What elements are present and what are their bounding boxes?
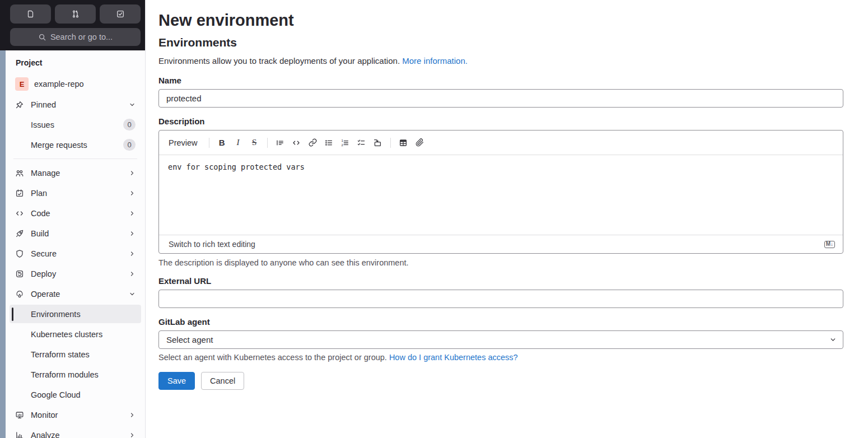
sidebar-item-analyze[interactable]: Analyze [10, 426, 141, 438]
sidebar-item-google-cloud[interactable]: Google Cloud [10, 385, 141, 404]
code-button[interactable] [289, 135, 304, 150]
strikethrough-button[interactable]: S [247, 135, 262, 150]
pin-icon [15, 100, 24, 109]
sidebar-item-deploy[interactable]: Deploy [10, 264, 141, 283]
sidebar-item-label: Operate [31, 290, 60, 299]
bar-chart-icon [15, 431, 24, 438]
deploy-icon [15, 269, 24, 278]
sidebar-item-kubernetes-clusters[interactable]: Kubernetes clusters [10, 325, 141, 343]
sidebar-item-secure[interactable]: Secure [10, 244, 141, 263]
description-label: Description [158, 117, 843, 126]
agent-helper-text: Select an agent with Kubernetes access t… [158, 353, 843, 362]
task-list-button[interactable] [354, 135, 369, 150]
description-field-group: Description Preview B I S [158, 117, 843, 267]
window-edge-strip [0, 0, 6, 438]
sidebar-divider [13, 159, 137, 159]
strikethrough-icon: S [252, 138, 256, 147]
attach-file-button[interactable] [412, 135, 427, 150]
agent-select-value: Select agent [166, 335, 213, 344]
sidebar-item-label: Build [31, 229, 49, 238]
sidebar-item-environments[interactable]: Environments [10, 305, 141, 323]
numbered-list-button[interactable]: 12 [338, 135, 353, 150]
table-button[interactable] [396, 135, 411, 150]
link-icon [309, 138, 317, 147]
rocket-icon [15, 229, 24, 238]
sidebar-item-label: Plan [31, 189, 47, 198]
sidebar-item-terraform-modules[interactable]: Terraform modules [10, 365, 141, 384]
description-textarea[interactable]: env for scoping protected vars [168, 161, 834, 229]
sidebar-item-code[interactable]: Code [10, 204, 141, 222]
sidebar-item-manage[interactable]: Manage [10, 164, 141, 182]
form-actions: Save Cancel [158, 372, 843, 390]
agent-select[interactable]: Select agent [158, 330, 843, 349]
merge-requests-shortcut-button[interactable] [55, 4, 96, 24]
sidebar-item-plan[interactable]: Plan [10, 184, 141, 202]
quote-button[interactable] [273, 135, 288, 150]
preview-tab[interactable]: Preview [169, 138, 198, 147]
sidebar-item-label: Google Cloud [31, 390, 81, 399]
search-input[interactable]: Search or go to... [10, 28, 141, 46]
cancel-button[interactable]: Cancel [201, 372, 244, 390]
shortcut-row [10, 4, 141, 24]
chevron-right-icon [129, 250, 136, 257]
sidebar-item-label: Monitor [31, 411, 58, 420]
calendar-icon [15, 189, 24, 198]
chevron-right-icon [129, 210, 136, 217]
sidebar: Search or go to... Project E example-rep… [6, 0, 146, 438]
italic-button[interactable]: I [231, 135, 246, 150]
markdown-toolbar: Preview B I S [159, 131, 843, 155]
markdown-body: env for scoping protected vars [159, 155, 843, 235]
switch-to-rich-text-link[interactable]: Switch to rich text editing [169, 240, 255, 249]
sidebar-item-operate[interactable]: Operate [10, 285, 141, 303]
issues-icon [26, 10, 35, 18]
sidebar-item-label: Code [31, 209, 50, 218]
markdown-editor: Preview B I S [158, 130, 843, 254]
sidebar-item-project[interactable]: E example-repo [10, 74, 141, 94]
name-input[interactable] [158, 89, 843, 108]
bullet-list-button[interactable] [321, 135, 337, 150]
more-information-link[interactable]: More information. [402, 56, 468, 66]
sidebar-item-pinned[interactable]: Pinned [10, 95, 141, 114]
globe-pod-icon [15, 290, 24, 299]
chevron-down-icon [129, 291, 136, 297]
issues-shortcut-button[interactable] [10, 4, 51, 24]
italic-icon: I [237, 138, 240, 147]
save-button[interactable]: Save [158, 372, 195, 390]
bullet-list-icon [324, 138, 333, 147]
toolbar-divider [209, 138, 209, 148]
sidebar-item-monitor[interactable]: Monitor [10, 406, 141, 424]
sidebar-item-merge-requests[interactable]: Merge requests 0 [10, 136, 141, 154]
svg-text:1: 1 [342, 138, 344, 142]
sidebar-item-build[interactable]: Build [10, 224, 141, 243]
agent-field-group: GitLab agent Select agent Select an agen… [158, 317, 843, 362]
collapsible-section-icon [373, 138, 382, 147]
sidebar-item-label: Issues [31, 120, 54, 129]
sidebar-item-terraform-states[interactable]: Terraform states [10, 345, 141, 364]
code-icon [15, 209, 24, 218]
sidebar-section-label: Project [8, 56, 143, 74]
collapsible-section-button[interactable] [370, 135, 385, 150]
code-icon [292, 138, 301, 147]
name-field-group: Name [158, 76, 843, 108]
external-url-input[interactable] [158, 290, 843, 308]
merge-request-icon [71, 10, 80, 18]
section-title: Environments [158, 36, 843, 49]
link-button[interactable] [305, 135, 320, 150]
sidebar-item-label: Secure [31, 249, 57, 258]
project-name: example-repo [34, 80, 84, 88]
toolbar-divider [390, 138, 391, 148]
todo-list-shortcut-button[interactable] [100, 4, 141, 24]
chevron-down-icon [829, 336, 837, 343]
todo-check-icon [116, 10, 125, 18]
kubernetes-access-link[interactable]: How do I grant Kubernetes access? [389, 353, 518, 362]
bold-button[interactable]: B [214, 135, 230, 150]
shield-icon [15, 249, 24, 258]
chevron-right-icon [129, 190, 136, 197]
page-title: New environment [158, 11, 843, 30]
external-url-label: External URL [158, 276, 843, 286]
issues-count-badge: 0 [123, 119, 136, 131]
sidebar-item-issues[interactable]: Issues 0 [10, 115, 141, 134]
sidebar-item-label: Merge requests [31, 141, 87, 150]
table-icon [399, 138, 408, 147]
chevron-right-icon [129, 230, 136, 237]
